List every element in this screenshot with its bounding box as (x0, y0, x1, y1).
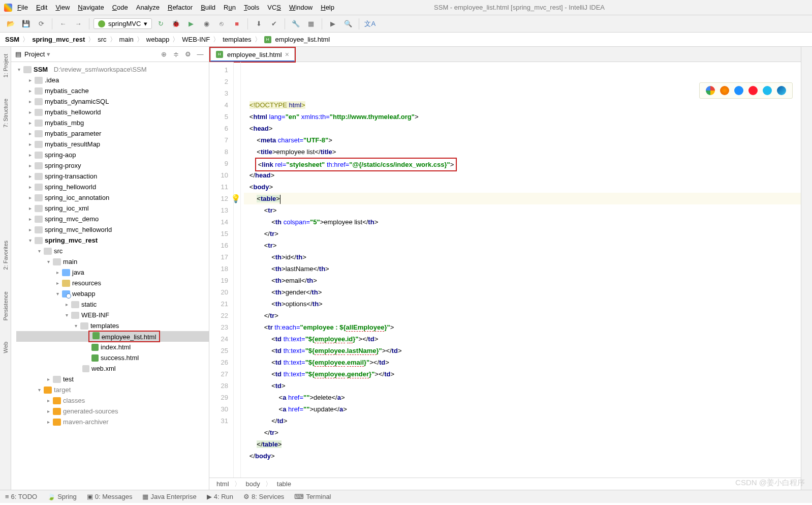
rerun-icon[interactable]: ↻ (154, 17, 167, 31)
tab-web[interactable]: Web (2, 339, 10, 356)
tree-module-spring_helloworld[interactable]: ▸spring_helloworld (16, 182, 209, 192)
ie-icon[interactable] (763, 86, 772, 95)
translate-icon[interactable]: 文A (363, 17, 377, 31)
settings-icon[interactable]: 🔧 (289, 17, 302, 31)
tree-templates[interactable]: ▾templates (16, 320, 209, 331)
expand-all-icon[interactable]: ≑ (171, 50, 180, 59)
tree-module-mybatis_parameter[interactable]: ▸mybatis_parameter (16, 128, 209, 139)
bc-webapp[interactable]: webapp (146, 36, 170, 43)
safari-icon[interactable] (734, 86, 743, 95)
bb-run[interactable]: ▶ 4: Run (207, 493, 233, 500)
ebc-body[interactable]: body (246, 480, 260, 488)
tree-module-mybatis_helloworld[interactable]: ▸mybatis_helloworld (16, 107, 209, 117)
tree-module-spring-proxy[interactable]: ▸spring-proxy (16, 160, 209, 171)
tree-gensrc[interactable]: ▸generated-sources (16, 406, 209, 417)
chrome-icon[interactable] (706, 86, 715, 95)
code-area[interactable]: <!DOCTYPE html> <html lang="en" xmlns:th… (241, 62, 801, 478)
tab-structure[interactable]: 7: Structure (2, 96, 10, 131)
menu-run[interactable]: Run (221, 3, 239, 12)
bc-webinf[interactable]: WEB-INF (182, 36, 210, 43)
bb-messages[interactable]: ▣ 0: Messages (87, 493, 133, 500)
bb-java-enterprise[interactable]: ▦ Java Enterprise (142, 493, 196, 500)
structure-icon[interactable]: ▦ (304, 17, 318, 31)
save-icon[interactable]: 💾 (19, 17, 33, 31)
tree-module-spring_mvc_demo[interactable]: ▸spring_mvc_demo (16, 214, 209, 224)
ebc-html[interactable]: html (216, 480, 229, 488)
locate-icon[interactable]: ⊕ (159, 50, 168, 59)
firefox-icon[interactable] (720, 86, 729, 95)
sync-icon[interactable]: ⟳ (35, 17, 48, 31)
menu-edit[interactable]: Edit (33, 3, 50, 12)
tree-webapp[interactable]: ▾webapp (16, 288, 209, 299)
menu-tools[interactable]: Tools (241, 3, 262, 12)
tree-file-web[interactable]: web.xml (16, 363, 209, 374)
bc-module[interactable]: spring_mvc_rest (32, 36, 85, 43)
menu-view[interactable]: View (52, 3, 73, 12)
tree-module-spring-transaction[interactable]: ▸spring-transaction (16, 171, 209, 182)
bc-file[interactable]: employee_list.html (275, 36, 330, 43)
bc-root[interactable]: SSM (5, 36, 19, 43)
minimize-icon[interactable]: — (196, 50, 205, 59)
settings-icon[interactable]: ⚙ (183, 50, 193, 59)
tree-module-mybatis_cache[interactable]: ▸mybatis_cache (16, 85, 209, 96)
tree-archiver[interactable]: ▸maven-archiver (16, 417, 209, 427)
bb-spring[interactable]: 🍃 Spring (47, 493, 77, 500)
bb-todo[interactable]: ≡ 6: TODO (5, 493, 37, 500)
tree-file-employee[interactable]: employee_list.html (16, 331, 209, 342)
panel-title[interactable]: Project ▾ (24, 50, 156, 58)
menu-refactor[interactable]: Refactor (165, 3, 196, 12)
tree-module-mybatis_resultMap[interactable]: ▸mybatis_resultMap (16, 139, 209, 150)
tree-module-spring_mvc_rest[interactable]: ▾spring_mvc_rest (16, 235, 209, 246)
tree-module-spring_mvc_helloworld[interactable]: ▸spring_mvc_helloworld (16, 224, 209, 235)
tab-persistence[interactable]: Persistence (2, 288, 10, 323)
tree-webinf[interactable]: ▾WEB-INF (16, 310, 209, 320)
vcs-commit-icon[interactable]: ✔ (267, 17, 280, 31)
tree-file-index[interactable]: index.html (16, 342, 209, 352)
editor-tab-employee[interactable]: H employee_list.html × (210, 48, 295, 62)
tree-module-mybatis_mbg[interactable]: ▸mybatis_mbg (16, 117, 209, 128)
tab-favorites[interactable]: 2: Favorites (2, 237, 10, 273)
open-icon[interactable]: 📂 (4, 17, 17, 31)
tree-module-spring-aop[interactable]: ▸spring-aop (16, 150, 209, 160)
menu-build[interactable]: Build (198, 3, 218, 12)
bb-services[interactable]: ⚙ 8: Services (243, 493, 284, 500)
tree-module-.idea[interactable]: ▸.idea (16, 75, 209, 85)
tree-src[interactable]: ▾src (16, 246, 209, 256)
debug-icon[interactable]: 🐞 (169, 17, 182, 31)
menu-help[interactable]: Help (318, 3, 337, 12)
tree-main[interactable]: ▾main (16, 256, 209, 267)
tree-static[interactable]: ▸static (16, 299, 209, 310)
fold-column[interactable] (234, 62, 241, 478)
bb-terminal[interactable]: ⌨ Terminal (294, 493, 331, 500)
vcs-update-icon[interactable]: ⬇ (252, 17, 265, 31)
bc-main[interactable]: main (119, 36, 134, 43)
bc-templates[interactable]: templates (223, 36, 251, 43)
run-coverage-icon[interactable]: ▶ (184, 17, 198, 31)
menu-vcs[interactable]: VCS (264, 3, 284, 12)
edge-icon[interactable] (777, 86, 786, 95)
tree-java[interactable]: ▸java (16, 267, 209, 278)
opera-icon[interactable] (748, 86, 758, 95)
project-tree[interactable]: ▾SSM D:\review_ssm\workspace\SSM ▸.idea▸… (11, 62, 209, 490)
menu-navigate[interactable]: Navigate (75, 3, 107, 12)
menu-analyze[interactable]: Analyze (133, 3, 163, 12)
close-icon[interactable]: × (285, 50, 289, 58)
tree-root[interactable]: ▾SSM D:\review_ssm\workspace\SSM (16, 64, 209, 75)
tree-module-spring_ioc_annotation[interactable]: ▸spring_ioc_annotation (16, 192, 209, 203)
tree-module-spring_ioc_xml[interactable]: ▸spring_ioc_xml (16, 203, 209, 214)
attach-icon[interactable]: ⎋ (215, 17, 228, 31)
search-icon[interactable]: 🔍 (341, 17, 355, 31)
menu-window[interactable]: Window (286, 3, 316, 12)
back-icon[interactable]: ← (56, 17, 70, 31)
ebc-table[interactable]: table (277, 480, 291, 488)
tree-resources[interactable]: ▸resources (16, 278, 209, 288)
tree-target[interactable]: ▾target (16, 384, 209, 395)
tree-classes[interactable]: ▸classes (16, 395, 209, 406)
run-anything-icon[interactable]: ▶ (326, 17, 339, 31)
forward-icon[interactable]: → (72, 17, 85, 31)
menu-code[interactable]: Code (109, 3, 131, 12)
run-config-selector[interactable]: springMVC ▾ (93, 18, 152, 29)
stop-icon[interactable]: ■ (230, 17, 243, 31)
tab-project[interactable]: 1: Project (2, 51, 10, 80)
tree-file-success[interactable]: success.html (16, 352, 209, 363)
